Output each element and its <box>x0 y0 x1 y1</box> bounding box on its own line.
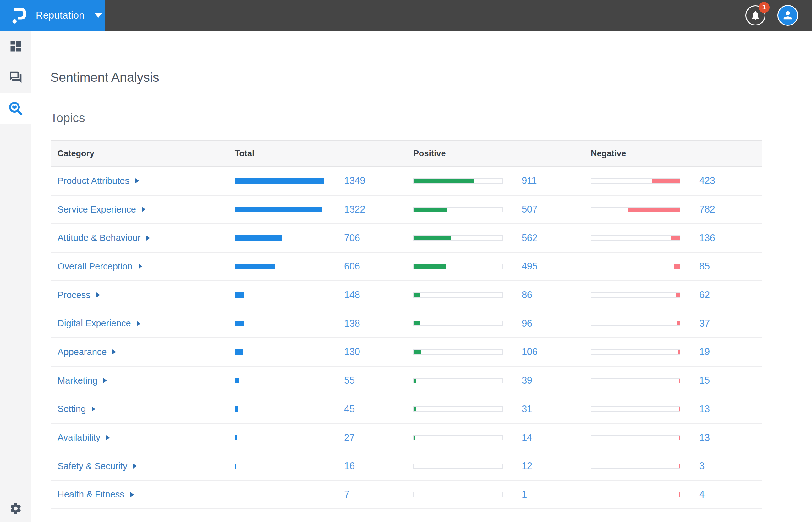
category-link[interactable]: Appearance <box>58 347 106 357</box>
expand-arrow-icon[interactable] <box>91 406 96 412</box>
positive-bar-fill <box>414 293 419 297</box>
expand-arrow-icon[interactable] <box>137 321 141 326</box>
total-value[interactable]: 27 <box>344 432 354 443</box>
negative-value[interactable]: 13 <box>699 403 710 415</box>
positive-bar-track <box>413 235 503 241</box>
total-value[interactable]: 55 <box>344 375 354 386</box>
sidebar-item-conversations[interactable] <box>0 62 32 93</box>
total-value[interactable]: 45 <box>344 403 354 415</box>
negative-bar-fill <box>652 179 680 183</box>
expand-arrow-icon[interactable] <box>106 435 110 441</box>
table-row: Safety & Security 16 12 3 <box>51 452 762 481</box>
category-link[interactable]: Safety & Security <box>58 461 127 471</box>
positive-bar-track <box>413 207 503 212</box>
total-value[interactable]: 706 <box>344 233 360 243</box>
expand-arrow-icon[interactable] <box>130 492 134 498</box>
positive-value[interactable]: 106 <box>522 346 537 357</box>
expand-arrow-icon[interactable] <box>146 235 150 241</box>
negative-value[interactable]: 3 <box>699 460 705 471</box>
total-value[interactable]: 138 <box>344 318 360 329</box>
category-link[interactable]: Digital Experience <box>58 318 131 328</box>
positive-value[interactable]: 495 <box>522 261 537 272</box>
positive-bar-fill <box>414 407 416 411</box>
negative-value[interactable]: 37 <box>699 318 710 329</box>
negative-bar-track <box>591 378 680 383</box>
category-link[interactable]: Marketing <box>58 376 98 386</box>
negative-bar-fill <box>679 407 680 411</box>
total-value[interactable]: 1322 <box>344 204 365 215</box>
total-value[interactable]: 130 <box>344 346 360 357</box>
total-value[interactable]: 7 <box>344 489 350 500</box>
negative-value[interactable]: 19 <box>699 346 710 357</box>
total-value[interactable]: 148 <box>344 289 360 300</box>
positive-bar-fill <box>414 207 447 212</box>
positive-bar-fill <box>414 179 474 183</box>
product-name: Reputation <box>36 10 85 21</box>
category-link[interactable]: Attitude & Behaviour <box>58 233 141 243</box>
negative-bar-track <box>591 349 680 355</box>
category-link[interactable]: Product Attributes <box>58 176 129 186</box>
category-link[interactable]: Setting <box>58 404 86 414</box>
expand-arrow-icon[interactable] <box>135 178 139 184</box>
negative-bar-track <box>591 207 680 212</box>
positive-bar-track <box>413 264 503 269</box>
expand-arrow-icon[interactable] <box>138 263 142 269</box>
negative-value[interactable]: 423 <box>699 175 715 186</box>
positive-value[interactable]: 31 <box>522 403 532 415</box>
total-value[interactable]: 606 <box>344 261 360 272</box>
negative-value[interactable]: 62 <box>699 289 710 300</box>
positive-value[interactable]: 562 <box>522 233 537 243</box>
positive-value[interactable]: 39 <box>522 375 532 386</box>
negative-value[interactable]: 15 <box>699 375 710 386</box>
expand-arrow-icon[interactable] <box>96 292 100 298</box>
sidebar-item-sentiment-analysis[interactable] <box>0 93 32 124</box>
total-value[interactable]: 1349 <box>344 175 365 186</box>
category-link[interactable]: Availability <box>58 433 100 443</box>
positive-value[interactable]: 507 <box>522 204 537 215</box>
column-header-negative: Negative <box>591 149 699 159</box>
positive-bar-track <box>413 406 503 411</box>
sidebar-item-dashboard[interactable] <box>0 31 32 62</box>
negative-value[interactable]: 4 <box>699 489 705 500</box>
expand-arrow-icon[interactable] <box>112 349 116 355</box>
table-body: Product Attributes 1349 911 423 <box>51 167 762 509</box>
expand-arrow-icon[interactable] <box>103 378 107 383</box>
negative-bar-track <box>591 235 680 241</box>
expand-arrow-icon[interactable] <box>141 207 146 212</box>
positive-value[interactable]: 14 <box>522 432 532 443</box>
table-row: Process 148 86 62 <box>51 281 762 310</box>
notifications-button[interactable]: 1 <box>745 5 766 25</box>
negative-value[interactable]: 13 <box>699 432 710 443</box>
positive-value[interactable]: 12 <box>522 460 532 471</box>
positive-value[interactable]: 911 <box>522 175 537 186</box>
total-bar <box>235 264 275 269</box>
sidebar-item-settings[interactable] <box>0 493 32 522</box>
negative-value[interactable]: 85 <box>699 261 710 272</box>
column-header-category: Category <box>51 149 235 159</box>
expand-arrow-icon[interactable] <box>132 463 137 469</box>
negative-bar-fill <box>677 321 680 325</box>
total-value[interactable]: 16 <box>344 460 354 471</box>
total-bar <box>235 406 238 411</box>
negative-value[interactable]: 782 <box>699 204 715 215</box>
positive-bar-track <box>413 321 503 326</box>
category-link[interactable]: Health & Fitness <box>58 489 124 500</box>
positive-value[interactable]: 96 <box>522 318 532 329</box>
product-switcher[interactable]: Reputation <box>0 0 105 31</box>
user-avatar-button[interactable] <box>777 5 798 26</box>
positive-value[interactable]: 86 <box>522 289 532 300</box>
table-row: Service Experience 1322 507 782 <box>51 196 762 224</box>
chat-bubbles-icon <box>9 71 23 84</box>
category-link[interactable]: Overall Perception <box>58 261 132 272</box>
table-row: Attitude & Behaviour 706 562 136 <box>51 224 762 253</box>
category-link[interactable]: Service Experience <box>58 204 136 215</box>
positive-value[interactable]: 1 <box>522 489 527 500</box>
brand-logo-icon <box>11 6 28 24</box>
negative-bar-track <box>591 321 680 326</box>
positive-bar-track <box>413 178 503 184</box>
category-link[interactable]: Process <box>58 290 90 300</box>
sidebar-nav <box>0 31 32 522</box>
gear-icon <box>9 502 22 515</box>
negative-value[interactable]: 136 <box>699 233 715 243</box>
total-bar <box>235 378 238 383</box>
